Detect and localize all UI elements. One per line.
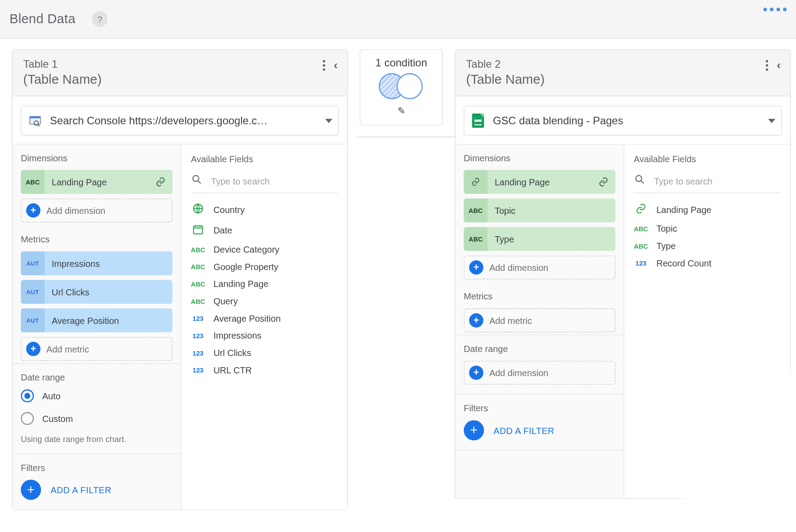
add-metric-button[interactable]: + Add metric bbox=[21, 337, 172, 360]
table-panel-1: Table 1 (Table Name) ‹ Search Console ht… bbox=[12, 49, 348, 510]
number-icon: 123 bbox=[191, 331, 205, 340]
available-field-item[interactable]: ABCDevice Category bbox=[191, 244, 337, 254]
number-icon: 123 bbox=[634, 259, 648, 267]
field-search-input[interactable] bbox=[211, 176, 338, 186]
more-menu-icon[interactable] bbox=[323, 60, 325, 70]
datasource-label: Search Console https://developers.google… bbox=[50, 115, 317, 127]
abc-badge-icon: ABC bbox=[21, 170, 45, 194]
dimensions-heading: Dimensions bbox=[21, 153, 172, 163]
add-filter-label: ADD A FILTER bbox=[493, 425, 554, 435]
search-icon bbox=[634, 174, 646, 188]
join-config-button[interactable]: 1 condition ✎ bbox=[360, 49, 443, 126]
available-field-item[interactable]: 123URL CTR bbox=[191, 365, 337, 375]
collapse-icon[interactable]: ‹ bbox=[334, 58, 338, 72]
available-field-item[interactable]: Landing Page bbox=[634, 203, 780, 217]
add-filter-button[interactable]: + ADD A FILTER bbox=[21, 480, 172, 500]
field-label: Type bbox=[656, 241, 676, 251]
abc-icon: ABC bbox=[191, 262, 205, 271]
table2-datasource-select[interactable]: GSC data blending - Pages bbox=[464, 106, 782, 135]
metric-chip-label: Url Clicks bbox=[45, 287, 172, 297]
link-icon bbox=[591, 176, 615, 187]
field-label: Google Property bbox=[213, 262, 279, 272]
available-field-item[interactable]: ABCLanding Page bbox=[191, 279, 337, 289]
available-field-item[interactable]: Date bbox=[191, 224, 337, 237]
dimensions-heading: Dimensions bbox=[464, 153, 615, 163]
aut-badge-icon: AUT bbox=[21, 308, 45, 332]
add-metric-label: Add metric bbox=[46, 344, 89, 354]
join-condition-label: 1 condition bbox=[375, 57, 427, 70]
field-label: Url Clicks bbox=[213, 348, 251, 358]
table2-subtitle[interactable]: (Table Name) bbox=[466, 72, 766, 87]
add-dimension-button[interactable]: + Add dimension bbox=[21, 199, 172, 222]
collapse-icon[interactable]: ‹ bbox=[777, 58, 781, 72]
drag-handle-icon[interactable] bbox=[763, 8, 787, 30]
svg-point-4 bbox=[193, 176, 199, 181]
svg-rect-7 bbox=[193, 226, 202, 234]
pencil-icon: ✎ bbox=[398, 105, 405, 116]
date-range-custom-radio[interactable]: Custom bbox=[21, 412, 172, 425]
plus-icon: + bbox=[469, 313, 484, 327]
radio-unchecked-icon bbox=[21, 412, 34, 425]
dimension-chip-landing-page[interactable]: Landing Page bbox=[464, 170, 615, 194]
search-console-icon bbox=[29, 114, 41, 127]
link-badge-icon bbox=[464, 170, 488, 194]
field-label: Record Count bbox=[656, 258, 711, 268]
field-search-input[interactable] bbox=[654, 176, 780, 186]
date-range-auto-radio[interactable]: Auto bbox=[21, 389, 172, 402]
available-field-item[interactable]: ABCGoogle Property bbox=[191, 262, 337, 272]
globe-icon bbox=[191, 203, 205, 217]
available-field-item[interactable]: 123Url Clicks bbox=[191, 348, 337, 358]
add-filter-button[interactable]: + ADD A FILTER bbox=[464, 420, 615, 440]
add-daterange-dimension-button[interactable]: + Add dimension bbox=[464, 361, 615, 385]
search-icon bbox=[191, 174, 203, 188]
field-label: Query bbox=[213, 296, 238, 306]
available-field-item[interactable]: 123Record Count bbox=[634, 258, 780, 268]
available-field-item[interactable]: ABCQuery bbox=[191, 296, 337, 306]
add-metric-button[interactable]: + Add metric bbox=[464, 308, 615, 332]
table-panel-2: Table 2 (Table Name) ‹ GSC data blending… bbox=[455, 49, 791, 499]
field-label: Average Position bbox=[213, 313, 281, 323]
aut-badge-icon: AUT bbox=[21, 251, 45, 275]
abc-icon: ABC bbox=[191, 280, 205, 288]
number-icon: 123 bbox=[191, 348, 205, 357]
svg-line-3 bbox=[38, 124, 40, 126]
table1-subtitle[interactable]: (Table Name) bbox=[23, 72, 323, 87]
dimension-chip-label: Landing Page bbox=[45, 177, 148, 187]
filters-heading: Filters bbox=[21, 462, 172, 473]
dimension-chip-topic[interactable]: ABC Topic bbox=[464, 199, 615, 222]
available-field-item[interactable]: 123Average Position bbox=[191, 313, 337, 323]
field-label: Country bbox=[213, 205, 245, 215]
dimension-chip-type[interactable]: ABC Type bbox=[464, 227, 615, 251]
svg-line-9 bbox=[641, 181, 644, 184]
radio-checked-icon bbox=[21, 389, 34, 402]
calendar-icon bbox=[191, 224, 205, 237]
field-label: Date bbox=[213, 225, 232, 236]
available-field-item[interactable]: ABCTopic bbox=[634, 224, 780, 234]
plus-icon: + bbox=[26, 203, 41, 217]
metrics-heading: Metrics bbox=[21, 234, 172, 245]
available-fields-heading: Available Fields bbox=[634, 154, 780, 164]
add-dimension-button[interactable]: + Add dimension bbox=[464, 256, 615, 279]
available-field-item[interactable]: 123Impressions bbox=[191, 331, 337, 341]
help-icon[interactable]: ? bbox=[92, 11, 108, 27]
link-icon bbox=[634, 203, 648, 217]
dropdown-caret-icon bbox=[768, 119, 775, 123]
abc-icon: ABC bbox=[634, 225, 648, 233]
more-menu-icon[interactable] bbox=[766, 60, 768, 70]
table1-title: Table 1 bbox=[23, 58, 323, 71]
abc-badge-icon: ABC bbox=[464, 227, 488, 251]
available-field-item[interactable]: Country bbox=[191, 203, 337, 217]
field-label: URL CTR bbox=[213, 365, 252, 375]
metric-chip-avg-position[interactable]: AUT Average Position bbox=[21, 308, 172, 332]
table1-datasource-select[interactable]: Search Console https://developers.google… bbox=[21, 106, 339, 135]
add-dimension-label: Add dimension bbox=[489, 262, 548, 273]
abc-icon: ABC bbox=[634, 241, 648, 250]
table1-header: Table 1 (Table Name) ‹ bbox=[12, 50, 347, 96]
available-field-item[interactable]: ABCType bbox=[634, 241, 780, 251]
date-range-hint: Using date range from chart. bbox=[21, 434, 172, 444]
plus-icon: + bbox=[469, 260, 484, 274]
metric-chip-impressions[interactable]: AUT Impressions bbox=[21, 251, 172, 275]
dimension-chip-label: Topic bbox=[488, 205, 615, 216]
metric-chip-url-clicks[interactable]: AUT Url Clicks bbox=[21, 280, 172, 303]
dimension-chip-landing-page[interactable]: ABC Landing Page bbox=[21, 170, 172, 194]
